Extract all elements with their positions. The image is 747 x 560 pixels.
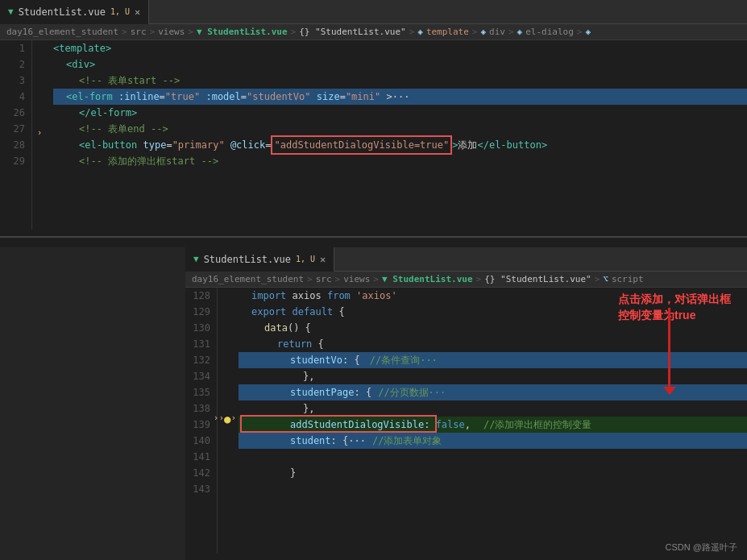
top-code-content: <template> <div> <!-- 表单start --> <el-fo… <box>47 40 747 230</box>
bottom-code-area: 128 129 130 131 132 134 135 138 139 140 … <box>185 288 747 554</box>
top-editor-panel: ▼ StudentList.vue 1, U ✕ day16_element_s… <box>0 0 747 238</box>
code-line-1: <template> <box>53 40 747 56</box>
code-line-29: <!-- 添加的弹出框start --> <box>53 153 747 169</box>
csdn-watermark: CSDN @路遥叶子 <box>666 541 737 554</box>
bottom-line-132: studentVo : { //条件查询··· <box>239 352 747 368</box>
code-line-4: <el-form :inline="true" :model="studentV… <box>53 89 747 105</box>
top-code-area: 1 2 3 4 26 27 28 29 › <template> <box>0 40 747 230</box>
bottom-line-143 <box>239 481 747 497</box>
code-line-27: <!-- 表单end --> <box>53 121 747 137</box>
code-line-2: <div> <box>53 56 747 73</box>
top-tab-bar: ▼ StudentList.vue 1, U ✕ <box>0 0 747 24</box>
bottom-editor: ▼ StudentList.vue 1, U ✕ day16_element_s… <box>185 247 747 560</box>
top-breadcrumb: day16_element_student > src > views > ▼ … <box>0 24 747 40</box>
bc-project: day16_element_student <box>6 27 118 37</box>
top-tab-close[interactable]: ✕ <box>135 6 140 18</box>
bottom-line-139: addStudentDialogVisible : false , //添加弹出… <box>239 417 747 433</box>
code-line-26: </el-form> <box>53 105 747 121</box>
top-tab[interactable]: ▼ StudentList.vue 1, U ✕ <box>0 0 149 24</box>
bottom-gutter: › › ● › <box>218 288 232 554</box>
bottom-editor-panel: ▼ StudentList.vue 1, U ✕ day16_element_s… <box>0 247 747 560</box>
annotation-arrow <box>668 308 670 388</box>
bottom-breadcrumb: day16_element_student > src > views > ▼ … <box>185 272 747 288</box>
bottom-tab[interactable]: ▼ StudentList.vue 1, U ✕ <box>185 247 334 272</box>
top-gutter: › <box>32 40 47 230</box>
code-line-3: <!-- 表单start --> <box>53 73 747 89</box>
bottom-tab-close[interactable]: ✕ <box>320 254 326 265</box>
bottom-tab-label: StudentList.vue <box>204 254 291 265</box>
vue-icon: ▼ <box>8 6 14 17</box>
bottom-line-140: student : {··· //添加表单对象 <box>239 433 747 449</box>
bottom-line-138: }, <box>239 400 747 417</box>
bottom-line-131: return { <box>239 336 747 352</box>
bottom-vue-icon: ▼ <box>193 254 199 264</box>
bottom-line-134: }, <box>239 368 747 384</box>
top-tab-label: StudentList.vue <box>19 6 106 18</box>
bottom-tab-modified: 1, U <box>296 255 315 263</box>
bottom-tab-bar: ▼ StudentList.vue 1, U ✕ <box>185 247 747 272</box>
code-line-28: <el-button type="primary" @click="addStu… <box>53 137 747 153</box>
top-tab-modified: 1, U <box>110 7 130 16</box>
bottom-sidebar <box>0 247 185 560</box>
bottom-line-142: } <box>239 465 747 481</box>
annotation-text: 点击添加，对话弹出框 控制变量为true <box>618 292 731 323</box>
top-line-numbers: 1 2 3 4 26 27 28 29 <box>0 40 32 230</box>
bottom-line-141 <box>239 449 747 465</box>
